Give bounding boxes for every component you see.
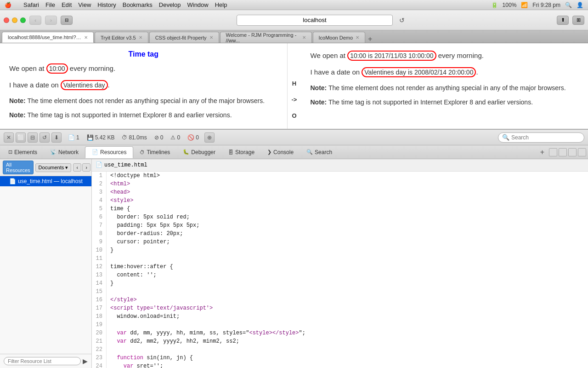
line-text: border: 5px solid red;	[110, 213, 190, 221]
resource-item-0[interactable]: 📄 use_time.html — localhost	[0, 176, 91, 186]
all-resources-btn[interactable]: All Resources	[3, 161, 34, 174]
left-time-2[interactable]: Valentines day	[61, 80, 108, 90]
reload-button[interactable]: ↺	[397, 16, 407, 25]
menu-develop[interactable]: Develop	[159, 1, 181, 8]
devtools-close[interactable]: ✕	[4, 132, 14, 143]
debugger-icon: 🐛	[183, 149, 189, 155]
nav-prev-btn[interactable]: ‹	[73, 163, 81, 172]
line-text: function sin(inn, jn) {	[110, 354, 193, 362]
devtools-reload[interactable]: ↺	[40, 132, 50, 143]
menu-safari[interactable]: Safari	[23, 1, 39, 8]
tab-elements[interactable]: ⊡ Elements	[2, 146, 44, 158]
browser-chrome: ‹ › ⊟ ↺ ⬆ ⊞	[0, 10, 588, 30]
line-number: 5	[92, 205, 107, 213]
code-line: 19	[92, 321, 588, 329]
back-button[interactable]: ‹	[29, 16, 41, 25]
tab-timelines[interactable]: ⏱ Timelines	[133, 146, 176, 158]
documents-btn[interactable]: Documents ▾	[35, 163, 72, 172]
timelines-icon: ⏱	[140, 150, 145, 155]
line-number: 2	[92, 180, 107, 188]
code-line: 24 var sret='';	[92, 362, 588, 368]
share-button[interactable]: ⬆	[557, 16, 569, 25]
expand-icon[interactable]: ▶	[83, 357, 88, 365]
letter-O: O	[292, 112, 296, 119]
devtools-tabs: ⊡ Elements 📡 Network 📄 Resources ⏱ Timel…	[0, 145, 588, 159]
user-icon[interactable]: 👤	[577, 2, 583, 8]
tab-2[interactable]: CSS object-fit Property ✕	[149, 32, 219, 43]
new-tab-button[interactable]: ⊞	[572, 16, 584, 25]
search-icon[interactable]: 🔍	[565, 2, 572, 8]
stat-time: ⏱ 81.0ms	[122, 134, 147, 141]
tab-storage-label: Storage	[235, 149, 254, 155]
line-text: padding: 5px 5px 5px 5px;	[110, 221, 199, 230]
apple-menu[interactable]: 🍎	[5, 2, 11, 8]
target-button[interactable]: ⊕	[204, 132, 215, 143]
layout-btn-2[interactable]	[559, 148, 567, 156]
code-line: 4<style>	[92, 196, 588, 205]
tab-search[interactable]: 🔍 Search	[300, 146, 339, 158]
tab-4[interactable]: IcoMoon Demo ✕	[313, 32, 366, 43]
tab-1[interactable]: Tryit Editor v3.5 ✕	[95, 32, 148, 43]
line-text: cursor: pointer;	[110, 238, 170, 246]
tab-0[interactable]: localhost:8888/use_time.html?x=fddk ✕	[2, 32, 94, 43]
file-breadcrumb-name: use_time.html	[104, 161, 147, 169]
tab-2-close[interactable]: ✕	[209, 35, 213, 40]
minimize-button[interactable]	[12, 17, 17, 23]
right-time-1[interactable]: 10:00 is 2017/11/03 10:00:00	[347, 51, 436, 61]
tab-0-close[interactable]: ✕	[84, 35, 88, 40]
tab-network[interactable]: 📡 Network	[44, 146, 85, 158]
layout-btn-4[interactable]	[578, 148, 586, 156]
layout-btn-1[interactable]	[549, 148, 557, 156]
devtools-dock-toggle[interactable]: ⬜	[16, 132, 26, 143]
left-time-1[interactable]: 10:00	[46, 63, 68, 74]
devtools-download[interactable]: ⬇	[51, 132, 62, 143]
line-text: <head>	[110, 188, 130, 196]
code-line: 20 var dd, mm, yyyy, hh, minm, ss, style…	[92, 329, 588, 337]
menu-help[interactable]: Help	[215, 1, 227, 8]
line-number: 24	[92, 362, 107, 368]
stat-requests: 📄 1	[68, 134, 79, 141]
tab-console[interactable]: ❯ Console	[261, 146, 300, 158]
forward-button[interactable]: ›	[45, 16, 57, 25]
code-line: 22	[92, 345, 588, 354]
line-text: <style>	[110, 196, 133, 205]
storage-icon: 🗄	[228, 150, 233, 155]
menu-bookmarks[interactable]: Bookmarks	[123, 1, 153, 8]
code-editor[interactable]: 📄 use_time.html 1<!doctype html>2<html>3…	[92, 159, 588, 368]
tab-debugger[interactable]: 🐛 Debugger	[176, 146, 222, 158]
devtools-split[interactable]: ⊟	[28, 132, 38, 143]
code-line: 18 window.onload=init;	[92, 312, 588, 321]
sidebar-toggle[interactable]: ⊟	[61, 16, 73, 25]
devtools-search-input[interactable]	[511, 134, 580, 141]
titlebar-left: 🍎 Safari File Edit View History Bookmark…	[5, 1, 227, 8]
close-button[interactable]	[4, 17, 9, 23]
line-number: 9	[92, 238, 107, 246]
new-tab-icon[interactable]: +	[368, 35, 372, 43]
menu-view[interactable]: View	[78, 1, 91, 8]
arrow1: ->	[292, 96, 297, 103]
tab-3[interactable]: Welcome - RJM Programming - //ww... ✕	[220, 32, 312, 43]
url-input[interactable]	[237, 15, 393, 26]
tab-storage[interactable]: 🗄 Storage	[222, 146, 261, 158]
fullscreen-button[interactable]	[20, 17, 26, 23]
line-number: 17	[92, 304, 107, 312]
line-number: 16	[92, 296, 107, 304]
code-line: 10}	[92, 246, 588, 254]
menu-file[interactable]: File	[45, 1, 55, 8]
add-tab-button[interactable]: +	[537, 148, 547, 156]
nav-next-btn[interactable]: ›	[82, 163, 90, 172]
tab-resources[interactable]: 📄 Resources	[85, 146, 133, 158]
menu-history[interactable]: History	[97, 1, 116, 8]
line-number: 20	[92, 329, 107, 337]
line-number: 1	[92, 172, 107, 180]
resource-filter-input[interactable]	[4, 357, 81, 365]
webpage-middle: H -> O -> V E R	[288, 43, 301, 129]
menu-edit[interactable]: Edit	[62, 1, 72, 8]
network-icon: 📡	[50, 149, 57, 155]
tab-4-close[interactable]: ✕	[356, 35, 359, 40]
tab-3-close[interactable]: ✕	[302, 35, 306, 40]
layout-btn-3[interactable]	[568, 148, 577, 156]
tab-1-close[interactable]: ✕	[139, 35, 142, 40]
menu-window[interactable]: Window	[187, 1, 208, 8]
right-time-2[interactable]: Valentines day is 2008/02/14 20:00:00	[362, 67, 476, 77]
